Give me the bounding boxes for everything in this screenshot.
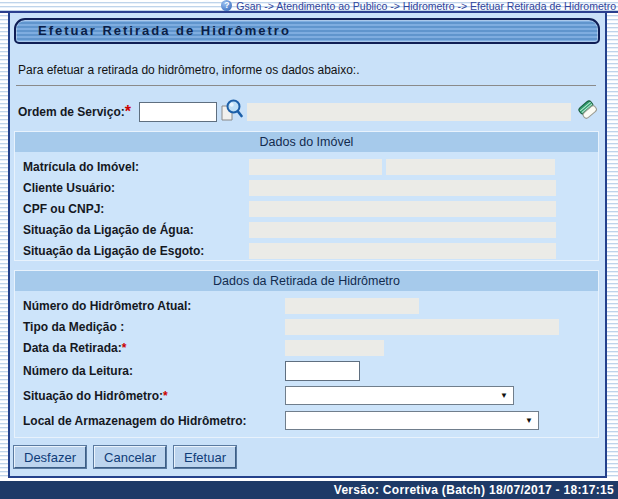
tipo-medicao-label: Tipo da Medição :: [23, 320, 285, 334]
required-mark: *: [163, 389, 168, 403]
order-service-label: Ordem de Serviço:: [18, 105, 125, 119]
efetuar-button[interactable]: Efetuar: [174, 446, 236, 468]
breadcrumb: Gsan -> Atendimento ao Publico -> Hidrom…: [236, 0, 616, 12]
order-service-row: Ordem de Serviço: *: [18, 97, 596, 127]
row-data-retirada: Data da Retirada:*: [15, 337, 598, 358]
matricula-field-2: [386, 159, 555, 175]
cpf-field: [249, 201, 556, 217]
row-matricula: Matrícula do Imóvel:: [15, 156, 598, 177]
row-cpf: CPF ou CNPJ:: [15, 198, 598, 219]
row-cliente: Cliente Usuário:: [15, 177, 598, 198]
form-area: Efetuar Retirada de Hidrômetro Para efet…: [10, 13, 605, 478]
row-tipo-medicao: Tipo da Medição :: [15, 316, 598, 337]
cliente-label: Cliente Usuário:: [23, 181, 249, 195]
chevron-down-icon: ▼: [500, 391, 508, 400]
version-footer: Versão: Corretiva (Batch) 18/07/2017 - 1…: [0, 481, 618, 499]
matricula-label: Matrícula do Imóvel:: [23, 160, 249, 174]
required-mark: *: [122, 341, 127, 355]
removal-section-title: Dados da Retirada de Hidrômetro: [15, 271, 598, 291]
numero-leitura-input[interactable]: [285, 361, 360, 381]
ligacao-esgoto-label: Situação da Ligação de Esgoto:: [23, 244, 249, 258]
help-icon[interactable]: ?: [221, 0, 232, 11]
search-icon[interactable]: [219, 98, 243, 127]
numero-leitura-label: Número da Leitura:: [23, 364, 285, 378]
left-frame-edge: [0, 13, 10, 478]
right-frame-edge: [605, 13, 618, 478]
cpf-label: CPF ou CNPJ:: [23, 202, 249, 216]
breadcrumb-bar: ? Gsan -> Atendimento ao Publico -> Hidr…: [0, 0, 618, 13]
ligacao-agua-field: [249, 222, 556, 238]
tipo-medicao-field: [285, 319, 559, 335]
local-armazenagem-select[interactable]: ▼: [285, 411, 539, 430]
page-title: Efetuar Retirada de Hidrômetro: [14, 18, 600, 44]
cliente-field: [249, 180, 556, 196]
property-section-title: Dados do Imóvel: [15, 132, 598, 152]
instruction-text: Para efetuar a retirada do hidrômetro, i…: [18, 63, 360, 77]
cancelar-button[interactable]: Cancelar: [94, 446, 166, 468]
ligacao-agua-label: Situação da Ligação de Água:: [23, 223, 249, 237]
data-retirada-field: [285, 340, 384, 356]
row-numero-leitura: Número da Leitura:: [15, 358, 598, 383]
row-situacao-hidrometro: Situação do Hidrômetro:* ▼: [15, 383, 598, 408]
situacao-hidrometro-label: Situação do Hidrômetro:*: [23, 389, 285, 403]
row-local-armazenagem: Local de Armazenagem do Hidrômetro: ▼: [15, 408, 598, 433]
numero-atual-label: Número do Hidrômetro Atual:: [23, 299, 285, 313]
matricula-field-1: [249, 159, 382, 175]
required-mark: *: [125, 103, 131, 121]
desfazer-button[interactable]: Desfazer: [14, 446, 86, 468]
eraser-icon[interactable]: [577, 97, 599, 127]
property-section: Dados do Imóvel Matrícula do Imóvel: Cli…: [14, 131, 599, 261]
numero-atual-field: [285, 298, 419, 314]
row-numero-atual: Número do Hidrômetro Atual:: [15, 295, 598, 316]
divider: [16, 85, 596, 86]
order-service-input[interactable]: [139, 102, 217, 122]
data-retirada-label: Data da Retirada:*: [23, 341, 285, 355]
button-row: Desfazer Cancelar Efetuar: [14, 445, 599, 469]
ligacao-esgoto-field: [249, 243, 556, 259]
situacao-hidrometro-select[interactable]: ▼: [285, 386, 514, 405]
local-armazenagem-label: Local de Armazenagem do Hidrômetro:: [23, 414, 285, 428]
order-service-description-field: [247, 103, 571, 121]
removal-section: Dados da Retirada de Hidrômetro Número d…: [14, 270, 599, 438]
version-text: Versão: Corretiva (Batch) 18/07/2017 - 1…: [334, 483, 614, 497]
row-ligacao-esgoto: Situação da Ligação de Esgoto:: [15, 240, 598, 261]
chevron-down-icon: ▼: [525, 416, 533, 425]
row-ligacao-agua: Situação da Ligação de Água:: [15, 219, 598, 240]
